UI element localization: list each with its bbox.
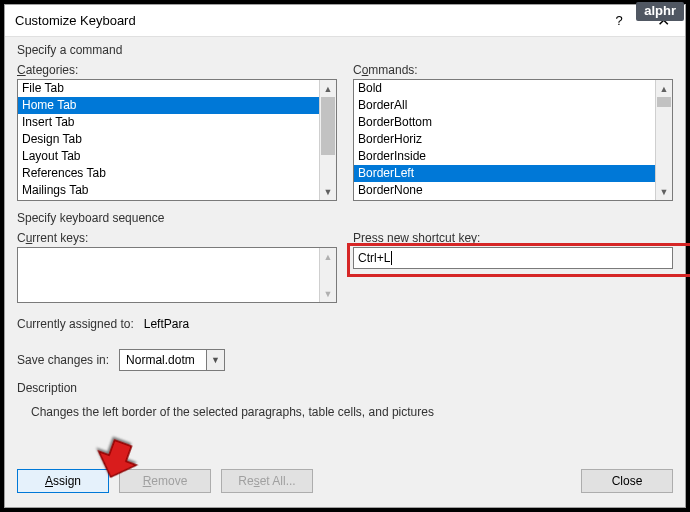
scrollbar[interactable]: ▲ ▼ xyxy=(319,80,336,200)
list-item[interactable]: Mailings Tab xyxy=(18,182,319,199)
list-item[interactable]: References Tab xyxy=(18,165,319,182)
currently-assigned-label: Currently assigned to: xyxy=(17,317,134,331)
scroll-thumb[interactable] xyxy=(657,97,671,107)
save-changes-label: Save changes in: xyxy=(17,353,109,367)
scroll-up-icon: ▲ xyxy=(320,248,336,265)
save-changes-select[interactable]: Normal.dotm ▼ xyxy=(119,349,225,371)
list-item[interactable]: BorderLeft xyxy=(354,165,655,182)
list-item[interactable]: BorderInside xyxy=(354,148,655,165)
customize-keyboard-dialog: Customize Keyboard ? ✕ Specify a command… xyxy=(4,4,686,508)
list-item[interactable]: BorderHoriz xyxy=(354,131,655,148)
scroll-up-icon[interactable]: ▲ xyxy=(320,80,336,97)
current-keys-listbox[interactable]: ▲ ▼ xyxy=(17,247,337,303)
list-item[interactable]: BorderBottom xyxy=(354,114,655,131)
help-button[interactable]: ? xyxy=(597,5,641,37)
description-label: Description xyxy=(17,381,673,395)
list-item[interactable]: BorderOutside xyxy=(354,199,655,200)
list-item[interactable]: BorderNone xyxy=(354,182,655,199)
scroll-down-icon[interactable]: ▼ xyxy=(656,183,672,200)
shortcut-key-value: Ctrl+L xyxy=(358,251,390,265)
list-item[interactable]: Bold xyxy=(354,80,655,97)
close-icon[interactable]: ✕ xyxy=(641,5,685,37)
scrollbar[interactable]: ▲ ▼ xyxy=(319,248,336,302)
commands-label: Commands: xyxy=(353,63,673,77)
list-item[interactable]: Insert Tab xyxy=(18,114,319,131)
reset-all-button: Reset All... xyxy=(221,469,313,493)
remove-button: Remove xyxy=(119,469,211,493)
chevron-down-icon[interactable]: ▼ xyxy=(206,350,224,370)
list-item[interactable]: Review Tab xyxy=(18,199,319,200)
list-item[interactable]: BorderAll xyxy=(354,97,655,114)
scroll-up-icon[interactable]: ▲ xyxy=(656,80,672,97)
categories-label: Categories: xyxy=(17,63,337,77)
description-text: Changes the left border of the selected … xyxy=(31,405,673,419)
assign-button[interactable]: Assign xyxy=(17,469,109,493)
list-item[interactable]: Design Tab xyxy=(18,131,319,148)
scroll-down-icon[interactable]: ▼ xyxy=(320,183,336,200)
dialog-title: Customize Keyboard xyxy=(15,13,597,28)
commands-listbox[interactable]: BoldBorderAllBorderBottomBorderHorizBord… xyxy=(353,79,673,201)
list-item[interactable]: File Tab xyxy=(18,80,319,97)
categories-listbox[interactable]: File TabHome TabInsert TabDesign TabLayo… xyxy=(17,79,337,201)
scroll-thumb[interactable] xyxy=(321,97,335,155)
list-item[interactable]: Home Tab xyxy=(18,97,319,114)
scroll-down-icon: ▼ xyxy=(320,285,336,302)
list-item[interactable]: Layout Tab xyxy=(18,148,319,165)
titlebar: Customize Keyboard ? ✕ xyxy=(5,5,685,37)
specify-command-label: Specify a command xyxy=(17,43,673,57)
current-keys-label: Current keys: xyxy=(17,231,337,245)
shortcut-key-input[interactable]: Ctrl+L xyxy=(353,247,673,269)
close-button[interactable]: Close xyxy=(581,469,673,493)
scrollbar[interactable]: ▲ ▼ xyxy=(655,80,672,200)
specify-sequence-label: Specify keyboard sequence xyxy=(17,211,673,225)
currently-assigned-value: LeftPara xyxy=(144,317,189,331)
press-new-shortcut-label: Press new shortcut key: xyxy=(353,231,673,245)
button-row: Assign Remove Reset All... Close xyxy=(5,459,685,507)
save-changes-value: Normal.dotm xyxy=(120,353,206,367)
